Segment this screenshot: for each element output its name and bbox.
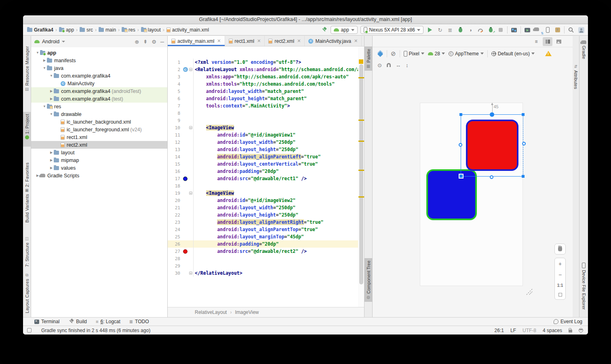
tree-expand-icon[interactable]: ▶ [49,89,54,93]
tree-row-res[interactable]: ▼res [31,103,167,110]
constraint-anchor-bottom[interactable] [490,175,493,179]
attach-debugger-icon[interactable] [487,26,494,34]
tab-rect2-xml[interactable]: rect2.xml✕ [265,36,305,46]
tree-row-values[interactable]: ▶values [31,164,167,172]
tree-expand-icon[interactable]: ▼ [42,66,47,70]
profile-run-icon[interactable]: ◑ [467,26,474,34]
settings-gear-icon[interactable]: ⚙ [152,39,156,45]
device-file-explorer-tab[interactable]: Device File Explorer [579,261,588,311]
tree-row-ic-launcher-background-xml[interactable]: ic_launcher_background.xml [31,118,167,126]
warning-icon[interactable] [545,51,552,56]
rerun-icon[interactable]: ↻ [436,26,444,34]
zoom-fit-button[interactable] [558,293,562,297]
tree-row-com-example-grafika4[interactable]: ▶com.example.grafika4(test) [31,95,167,103]
line-separator[interactable]: LF [510,328,516,333]
device-dropdown[interactable]: Nexus 5X API 28 x86 [360,26,423,34]
run-config-dropdown[interactable]: app [331,26,358,34]
breadcrumb-item-src[interactable]: src [80,27,93,33]
orientation-off-icon[interactable]: ⊘ [391,50,396,57]
tree-row-manifests[interactable]: ▶manifests [31,57,167,64]
close-icon[interactable]: ✕ [257,38,261,44]
make-hammer-icon[interactable] [320,26,328,34]
layers-icon[interactable] [377,51,383,57]
tree-expand-icon[interactable]: ▶ [49,158,54,162]
tree-expand-icon[interactable]: ▶ [49,166,54,170]
sidebar-item-resource-manager[interactable]: Resource Manager▤ [23,44,31,104]
color-preview-icon[interactable] [182,177,188,181]
tree-expand-icon[interactable]: ▼ [35,51,40,55]
code-line-9[interactable]: 9 [168,117,364,124]
code-line-11[interactable]: 11 android:id="@+id/imageView1" [168,131,364,139]
code-line-5[interactable]: 5 android:layout_width="match_parent" [168,88,364,95]
fold-icon[interactable] [188,126,193,129]
code-line-10[interactable]: 10 <ImageView [168,124,364,131]
tree-row-app[interactable]: ▼app [31,49,167,57]
breadcrumb-item-layout[interactable]: layout [141,27,161,33]
imageview1-blue-square[interactable] [426,169,477,220]
run-window-icon[interactable] [524,26,531,34]
code-line-16[interactable]: 16 android:padding="20dp" [168,168,364,175]
code-line-23[interactable]: 23 android:layout_alignParentRight="true… [168,219,364,226]
code-line-4[interactable]: 4 xmlns:tools="http://schemas.android.co… [168,80,364,88]
code-line-27[interactable]: 27 android:src="@drawable/rect2" /> [168,248,364,255]
logcat-tab[interactable]: ≡ 6: Logcat [96,319,120,324]
code-line-14[interactable]: 14 android:layout_alignParentLeft="true" [168,153,364,160]
tree-expand-icon[interactable]: ▶ [49,97,54,101]
close-icon[interactable]: ✕ [297,38,301,44]
toggle-toolwindows-icon[interactable] [27,328,32,332]
code-line-22[interactable]: 22 android:layout_height="250dp" [168,211,364,219]
breadcrumb-item-activity-main-xml[interactable]: activity_main.xml [166,27,209,33]
sidebar-item-7-structure[interactable]: ◫7: Structure [23,235,31,271]
close-icon[interactable]: ✕ [354,38,358,44]
breadcrumb-relativelayout[interactable]: RelativeLayout [195,309,227,315]
resize-handle-top-right[interactable] [522,113,525,116]
code-line-28[interactable]: 28 [168,255,364,262]
resize-handle-bottom-left[interactable] [459,174,464,179]
code-editor[interactable]: 1<?xml version="1.0" encoding="utf-8"?>2… [168,46,364,307]
hide-icon[interactable]: ─ [160,39,164,45]
run-icon[interactable] [426,26,434,34]
locate-icon[interactable]: ⊕ [135,39,139,45]
code-line-1[interactable]: 1<?xml version="1.0" encoding="utf-8"?> [168,59,364,66]
indent-setting[interactable]: 4 spaces [543,328,562,333]
code-line-21[interactable]: 21 android:layout_width="250dp" [168,204,364,211]
locale-selector[interactable]: Default (en-us) [491,51,535,57]
tree-expand-icon[interactable]: ▼ [49,74,54,78]
constraint-anchor-top[interactable] [490,112,494,117]
zoom-button[interactable] [43,17,48,22]
attributes-tab[interactable]: ⇵ Attributes [573,63,579,91]
profiler-icon[interactable] [477,26,484,34]
sdk-manager-icon[interactable] [544,26,551,34]
class-gutter-icon[interactable]: C [182,67,188,72]
code-line-17[interactable]: 17 android:src="@drawable/rect1" /> [168,175,364,182]
close-button[interactable] [27,17,32,22]
profile-avatar-icon[interactable] [577,26,585,34]
code-line-26[interactable]: 26 android:padding="20dp" [168,240,364,248]
tree-row-com-example-grafika4[interactable]: ▶com.example.grafika4(androidTest) [31,87,167,95]
device-manager-icon[interactable] [510,26,518,34]
collapse-all-icon[interactable]: ⇞ [143,39,147,45]
sidebar-item-1-project[interactable]: 1: Project [23,112,31,147]
tree-row-ic-launcher-foreground-xml[interactable]: ic_launcher_foreground.xml(v24) [31,126,167,133]
constraint-anchor-right[interactable] [522,142,526,145]
code-line-13[interactable]: 13 android:layout_height="250dp" [168,146,364,153]
color-preview-icon[interactable] [182,249,188,254]
tree-row-mainactivity[interactable]: MainActivity [31,80,167,87]
code-line-2[interactable]: 2C<RelativeLayout xmlns:android="http://… [168,66,364,73]
fold-icon[interactable] [188,271,193,275]
show-constraints-icon[interactable]: ⊙ [377,62,382,68]
tree-row-rect2-xml[interactable]: rect2.xml [31,141,167,149]
device-selector[interactable]: Pixel [404,51,424,57]
split-view-button[interactable] [543,37,552,46]
tree-row-gradle-scripts[interactable]: ▶Gradle Scripts [31,172,167,179]
file-encoding[interactable]: UTF-8 [523,328,536,333]
tree-expand-icon[interactable]: ▶ [49,151,54,154]
caret-position[interactable]: 26:1 [495,328,504,333]
tab-mainactivity-java[interactable]: MainActivity.java✕ [305,36,362,46]
zoom-actual-button[interactable]: 1:1 [557,283,563,288]
tree-row-layout[interactable]: ▶layout [31,149,167,156]
sidebar-item-build-variants[interactable]: ▦Build Variants [23,186,31,233]
code-line-18[interactable]: 18 [168,182,364,189]
code-line-29[interactable]: 29 [168,262,364,269]
zoom-in-button[interactable]: + [558,261,562,267]
